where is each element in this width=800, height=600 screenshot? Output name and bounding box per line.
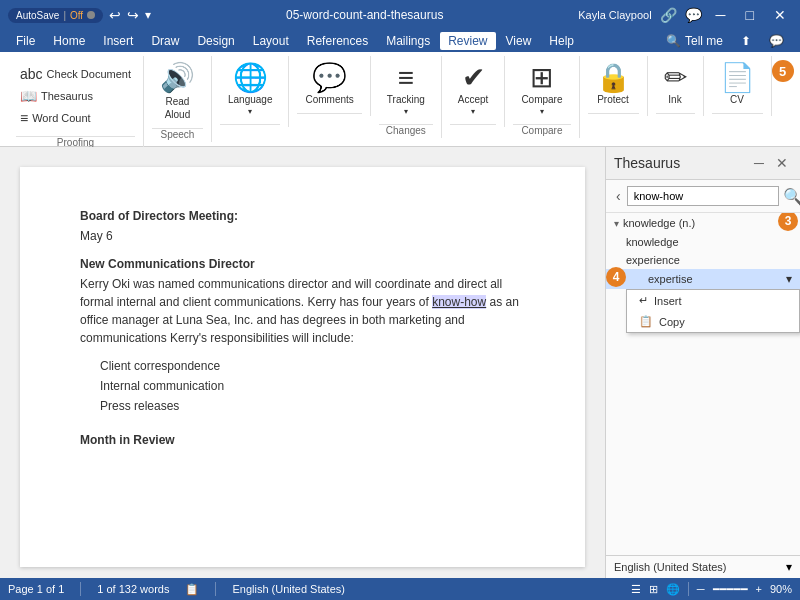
comments-group-label xyxy=(297,113,361,116)
menu-layout[interactable]: Layout xyxy=(245,32,297,50)
doc-date: May 6 xyxy=(80,227,525,245)
thesaurus-label: Thesaurus xyxy=(41,90,93,102)
search-tell-me[interactable]: 🔍 Tell me xyxy=(658,32,731,50)
thesaurus-search-row: ‹ 🔍 xyxy=(606,180,800,213)
compare-buttons: ⊞ Compare ▾ xyxy=(513,56,570,124)
menu-file[interactable]: File xyxy=(8,32,43,50)
thesaurus-close-btn[interactable]: ✕ xyxy=(772,153,792,173)
thesaurus-search-btn[interactable]: 🔍 xyxy=(783,187,800,206)
read-aloud-btn[interactable]: 🔊 Read Aloud xyxy=(152,60,203,124)
document-area[interactable]: Board of Directors Meeting: May 6 New Co… xyxy=(0,147,605,578)
language-btn[interactable]: 🌐 Language ▾ xyxy=(220,60,281,120)
share-menu-btn[interactable]: ⬆ xyxy=(733,32,759,50)
thesaurus-btn[interactable]: 📖 Thesaurus xyxy=(16,86,135,106)
ink-label: Ink xyxy=(668,94,681,105)
copy-label: Copy xyxy=(659,316,685,328)
check-document-label: Check Document xyxy=(47,68,131,80)
comments-btn[interactable]: 💬 xyxy=(685,7,702,23)
thesaurus-search-input[interactable] xyxy=(627,186,779,206)
menu-insert[interactable]: Insert xyxy=(95,32,141,50)
language-icon: 🌐 xyxy=(233,64,268,92)
accept-group-label xyxy=(450,124,497,127)
redo-btn[interactable]: ↪ xyxy=(127,7,139,23)
thesaurus-header-buttons: ─ ✕ xyxy=(750,153,792,173)
thesaurus-icon: 📖 xyxy=(20,88,37,104)
cv-btn[interactable]: 📄 CV xyxy=(712,60,763,109)
word-count-label: Word Count xyxy=(32,112,91,124)
language-selector-row: English (United States) ▾ xyxy=(606,555,800,578)
ribbon-group-tracking: ≡ Tracking ▾ Changes xyxy=(371,56,442,138)
list-item-3: Press releases xyxy=(100,397,525,415)
status-divider-2 xyxy=(215,582,216,596)
doc-heading1: Board of Directors Meeting: xyxy=(80,207,525,225)
search-icon: 🔍 xyxy=(666,34,681,48)
compare-icon: ⊞ xyxy=(530,64,553,92)
thesaurus-minimize-btn[interactable]: ─ xyxy=(750,153,768,173)
zoom-slider[interactable]: ━━━━━ xyxy=(713,583,748,596)
speech-group-label: Speech xyxy=(152,128,203,142)
zoom-out-btn[interactable]: ─ xyxy=(697,583,705,595)
tell-me-label: Tell me xyxy=(685,34,723,48)
status-divider-3 xyxy=(688,582,689,596)
comments-ribbon-btn[interactable]: 💬 Comments xyxy=(297,60,361,109)
share-btn[interactable]: 🔗 xyxy=(660,7,677,23)
title-bar: AutoSave | Off ↩ ↪ ▾ 05-word-count-and-t… xyxy=(0,0,800,30)
autosave-separator: | xyxy=(63,10,66,21)
menu-draw[interactable]: Draw xyxy=(143,32,187,50)
accept-icon: ✔ xyxy=(462,64,485,92)
language-buttons: 🌐 Language ▾ xyxy=(220,56,281,124)
read-aloud-label: Read xyxy=(166,96,190,107)
ink-buttons: ✏ Ink xyxy=(656,56,695,113)
accept-buttons: ✔ Accept ▾ xyxy=(450,56,497,124)
menu-mailings[interactable]: Mailings xyxy=(378,32,438,50)
menu-references[interactable]: References xyxy=(299,32,376,50)
ink-btn[interactable]: ✏ Ink xyxy=(656,60,695,109)
result-group-header[interactable]: ▾ knowledge (n.) 3 xyxy=(606,213,800,233)
section1-title: New Communications Director xyxy=(80,255,525,273)
expertise-dropdown-menu: ↵ Insert 📋 Copy xyxy=(626,289,800,333)
protect-btn[interactable]: 🔒 Protect xyxy=(588,60,639,109)
check-document-btn[interactable]: abc Check Document xyxy=(16,64,135,84)
menu-home[interactable]: Home xyxy=(45,32,93,50)
status-bar: Page 1 of 1 1 of 132 words 📋 English (Un… xyxy=(0,578,800,600)
tracking-icon: ≡ xyxy=(398,64,414,92)
language-dropdown-arrow[interactable]: ▾ xyxy=(786,560,792,574)
result-experience[interactable]: experience xyxy=(606,251,800,269)
menu-review[interactable]: Review xyxy=(440,32,495,50)
result-knowledge[interactable]: knowledge xyxy=(606,233,800,251)
ribbon-group-ink: ✏ Ink xyxy=(648,56,704,116)
menu-view[interactable]: View xyxy=(498,32,540,50)
ribbon-group-accept: ✔ Accept ▾ xyxy=(442,56,506,127)
expertise-dropdown-arrow[interactable]: ▾ xyxy=(786,272,792,286)
toggle-dot xyxy=(87,11,95,19)
view-web-icon[interactable]: 🌐 xyxy=(666,583,680,596)
restore-button[interactable]: □ xyxy=(740,5,760,25)
insert-dropdown-item[interactable]: ↵ Insert xyxy=(627,290,799,311)
accept-btn[interactable]: ✔ Accept ▾ xyxy=(450,60,497,120)
tracking-btn[interactable]: ≡ Tracking ▾ xyxy=(379,60,433,120)
view-normal-icon[interactable]: ☰ xyxy=(631,583,641,596)
copy-dropdown-item[interactable]: 📋 Copy xyxy=(627,311,799,332)
minimize-button[interactable]: ─ xyxy=(710,5,732,25)
thesaurus-back-btn[interactable]: ‹ xyxy=(614,186,623,206)
cv-group-label xyxy=(712,113,763,116)
autosave-toggle[interactable]: AutoSave | Off xyxy=(8,8,103,23)
language-group-label xyxy=(220,124,281,127)
protect-label: Protect xyxy=(597,94,629,105)
menu-design[interactable]: Design xyxy=(189,32,242,50)
undo-btn[interactable]: ↩ xyxy=(109,7,121,23)
comment-menu-btn[interactable]: 💬 xyxy=(761,32,792,50)
language-value: English (United States) xyxy=(614,561,727,573)
document-title: 05-word-count-and-thesaurus xyxy=(151,8,578,22)
word-count-btn[interactable]: ≡ Word Count xyxy=(16,108,135,128)
autosave-state: Off xyxy=(70,10,83,21)
highlighted-word: know-how xyxy=(432,295,486,309)
close-button[interactable]: ✕ xyxy=(768,5,792,25)
proofing-stacked: abc Check Document 📖 Thesaurus ≡ Word Co… xyxy=(16,60,135,132)
zoom-in-btn[interactable]: + xyxy=(756,583,762,595)
menu-help[interactable]: Help xyxy=(541,32,582,50)
view-layout-icon[interactable]: ⊞ xyxy=(649,583,658,596)
expertise-row[interactable]: 4 expertise ▾ xyxy=(606,269,800,289)
compare-btn[interactable]: ⊞ Compare ▾ xyxy=(513,60,570,120)
status-divider-1 xyxy=(80,582,81,596)
